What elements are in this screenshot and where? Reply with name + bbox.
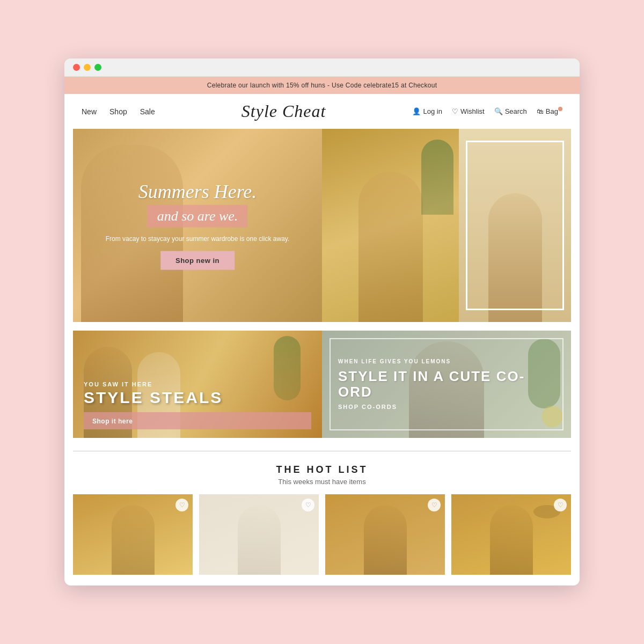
hero-right-panel	[459, 129, 571, 322]
hero-brush-overlay: and so are we.	[148, 204, 248, 227]
product-card[interactable]: ♡	[451, 494, 571, 575]
promo-left-label: YOU SAW IT HERE	[84, 381, 311, 387]
wishlist-button[interactable]: ♡	[175, 499, 188, 511]
product-figure	[364, 505, 407, 575]
product-card[interactable]: ♡	[73, 494, 193, 575]
announcement-bar: Celebrate our launch with 15% off huns -…	[64, 77, 580, 94]
promo-left-cta: Shop it here	[92, 418, 133, 425]
hot-list-subtitle: This weeks must have items	[73, 478, 571, 486]
wishlist-button[interactable]: ♡	[554, 499, 567, 511]
hero-text-overlay: Summers Here. and so are we. From vacay …	[85, 181, 310, 270]
hot-list-section: THE HOT LIST This weeks must have items …	[64, 464, 580, 586]
bag-count-dot	[558, 107, 562, 111]
section-divider	[73, 451, 571, 451]
navigation: New Shop Sale Style Cheat 👤 Log in ♡ Wis…	[64, 94, 580, 129]
promo-coord[interactable]: WHEN LIFE GIVES YOU LEMONS STYLE IT IN A…	[322, 331, 571, 438]
close-dot[interactable]	[73, 64, 80, 71]
product-grid: ♡ ♡ ♡	[73, 494, 571, 575]
product-image	[73, 494, 193, 575]
nav-link-sale[interactable]: Sale	[140, 107, 155, 116]
hero-cta-button[interactable]: Shop new in	[160, 251, 235, 269]
site-logo[interactable]: Style Cheat	[155, 101, 413, 121]
promo-grid: YOU SAW IT HERE STYLE STEALS Shop it her…	[73, 331, 571, 438]
search-icon: 🔍	[494, 107, 503, 115]
hero-figure-mid	[358, 172, 423, 322]
browser-window: Celebrate our launch with 15% off huns -…	[64, 58, 580, 586]
promo-right-label: WHEN LIFE GIVES YOU LEMONS	[338, 358, 451, 364]
product-figure	[112, 505, 155, 575]
product-figure	[490, 505, 533, 575]
bag-link[interactable]: 🛍 Bag	[537, 107, 562, 115]
product-image	[199, 494, 319, 575]
nav-link-shop[interactable]: Shop	[109, 107, 127, 116]
product-card[interactable]: ♡	[325, 494, 445, 575]
hero-script-title: Summers Here.	[85, 181, 310, 203]
nav-right: 👤 Log in ♡ Wishlist 🔍 Search 🛍 Bag	[412, 107, 562, 115]
product-image	[325, 494, 445, 575]
login-link[interactable]: 👤 Log in	[412, 107, 442, 115]
product-figure	[238, 505, 281, 575]
product-card[interactable]: ♡	[199, 494, 319, 575]
wishlist-link[interactable]: ♡ Wishlist	[452, 107, 485, 115]
promo-right-cta[interactable]: SHOP CO-ORDS	[338, 404, 397, 410]
heart-icon: ♡	[452, 107, 458, 115]
minimize-dot[interactable]	[84, 64, 91, 71]
nav-link-new[interactable]: New	[82, 107, 97, 116]
promo-style-steals[interactable]: YOU SAW IT HERE STYLE STEALS Shop it her…	[73, 331, 322, 438]
wishlist-button[interactable]: ♡	[428, 499, 441, 511]
promo-left-brush[interactable]: Shop it here	[84, 412, 311, 429]
nav-left: New Shop Sale	[82, 107, 155, 116]
wishlist-button[interactable]: ♡	[302, 499, 314, 511]
hero-mid-panel	[322, 129, 459, 322]
announcement-text: Celebrate our launch with 15% off huns -…	[207, 82, 437, 89]
hero-brush-text: and so are we.	[157, 208, 238, 223]
hero-subtext: From vacay to staycay your summer wardro…	[85, 233, 310, 243]
promo-left-title: STYLE STEALS	[84, 390, 311, 406]
product-image	[451, 494, 571, 575]
promo-right-title: STYLE IT IN A CUTE CO-ORD	[338, 369, 555, 399]
bag-icon: 🛍	[537, 107, 544, 115]
hot-list-title: THE HOT LIST	[73, 464, 571, 475]
hero-section: Summers Here. and so are we. From vacay …	[73, 129, 571, 322]
hero-main-panel: Summers Here. and so are we. From vacay …	[73, 129, 322, 322]
browser-chrome	[64, 58, 580, 77]
user-icon: 👤	[412, 107, 421, 115]
maximize-dot[interactable]	[94, 64, 101, 71]
plant-decoration	[421, 140, 453, 215]
hero-right-frame	[466, 141, 565, 311]
search-link[interactable]: 🔍 Search	[494, 107, 527, 115]
hero-mid-background	[322, 129, 459, 322]
